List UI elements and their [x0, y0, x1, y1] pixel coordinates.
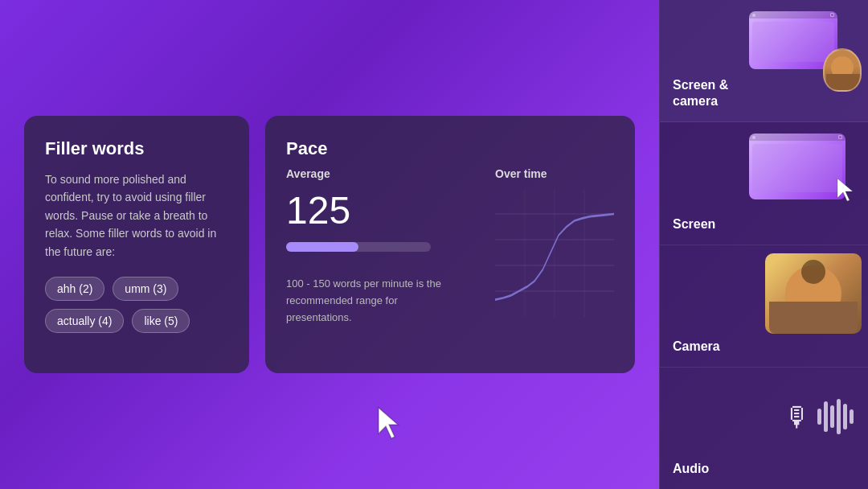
sidebar-item-screen[interactable]: Screen — [660, 122, 868, 244]
main-content: Filler words To sound more polished and … — [0, 0, 659, 489]
sidebar-item-audio[interactable]: Audio 🎙 — [660, 368, 868, 489]
sidebar-item-screen-camera[interactable]: Screen &camera — [660, 0, 868, 122]
tag-umm[interactable]: umm (3) — [113, 277, 178, 301]
filler-tags: ahh (2) umm (3) actually (4) like (5) — [45, 277, 228, 333]
sidebar-label-screen-camera: Screen &camera — [673, 77, 728, 111]
pace-card: Pace Average 125 100 - 150 words per min… — [265, 116, 635, 373]
sidebar: Screen &camera Screen — [659, 0, 868, 489]
pace-inner: Average 125 100 - 150 words per minute i… — [286, 167, 614, 326]
sidebar-label-camera: Camera — [673, 339, 720, 355]
sidebar-label-screen: Screen — [673, 216, 715, 233]
pace-bar-background — [286, 242, 431, 252]
tag-like[interactable]: like (5) — [132, 309, 190, 333]
sidebar-item-content-screen-camera: Screen &camera — [660, 0, 868, 121]
tag-ahh[interactable]: ahh (2) — [45, 277, 104, 301]
sidebar-item-content-audio: Audio — [660, 368, 868, 489]
pace-description: 100 - 150 words per minute is the recomm… — [286, 276, 463, 326]
pace-chart — [495, 188, 614, 317]
sidebar-item-camera[interactable]: Camera — [660, 245, 868, 368]
sidebar-item-content-camera: Camera — [660, 245, 868, 367]
pace-chart-svg — [495, 188, 614, 317]
over-time-label: Over time — [495, 167, 614, 180]
average-value: 125 — [286, 188, 463, 232]
mouse-cursor — [375, 406, 404, 445]
filler-words-title: Filler words — [45, 138, 228, 159]
average-label: Average — [286, 167, 463, 180]
sidebar-item-content-screen: Screen — [660, 122, 868, 244]
pace-left: Average 125 100 - 150 words per minute i… — [286, 167, 463, 326]
sidebar-label-audio: Audio — [673, 461, 709, 478]
filler-words-description: To sound more polished and confident, tr… — [45, 171, 228, 261]
tag-actually[interactable]: actually (4) — [45, 309, 124, 333]
pace-title: Pace — [286, 138, 614, 159]
pace-bar-fill — [286, 242, 358, 252]
pace-right: Over time — [495, 167, 614, 317]
filler-words-card: Filler words To sound more polished and … — [24, 116, 249, 373]
